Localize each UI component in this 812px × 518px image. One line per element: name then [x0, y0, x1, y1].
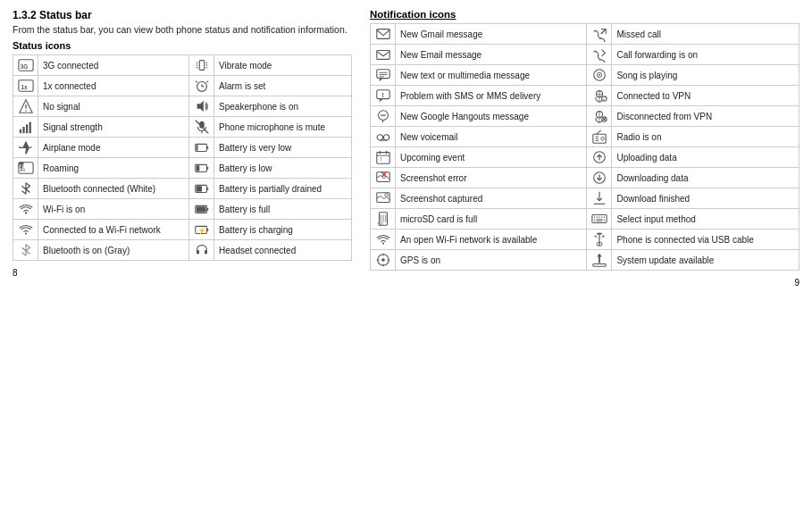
notif-label: Screenshot captured	[396, 188, 587, 209]
notif-icon	[371, 106, 396, 127]
table-row: New Google Hangouts message Disconnected…	[371, 106, 799, 127]
intro-text: From the status bar, you can view both p…	[13, 24, 352, 35]
svg-rect-45	[206, 229, 208, 231]
notif-icon: !	[371, 147, 396, 168]
svg-point-119	[595, 236, 597, 238]
table-row: Screenshot captured Download finished	[371, 188, 799, 209]
svg-point-60	[599, 74, 600, 76]
svg-line-15	[206, 81, 208, 83]
table-row: Screenshot error Downloading data	[371, 168, 799, 188]
svg-rect-27	[206, 146, 208, 149]
svg-point-115	[381, 242, 383, 244]
table-row: SD microSD card is full Select input met…	[371, 209, 799, 230]
notif-icon: SD	[371, 209, 396, 230]
svg-rect-20	[22, 127, 24, 133]
svg-point-47	[197, 251, 199, 254]
status-icon2	[189, 158, 214, 179]
svg-rect-84	[376, 153, 389, 164]
notif-label: Problem with SMS or MMS delivery	[396, 86, 587, 106]
notif-label2: Downloading data	[612, 168, 799, 188]
svg-text:!: !	[380, 156, 381, 163]
svg-text:Fi: Fi	[19, 163, 23, 169]
table-row: New Email message Call forwarding is on	[371, 45, 799, 65]
svg-line-52	[601, 29, 606, 34]
notif-icon2	[587, 209, 612, 230]
right-column: Notification icons New Gmail message Mis…	[370, 9, 799, 288]
svg-text:1x: 1x	[21, 84, 28, 90]
notif-label: microSD card is full	[396, 209, 587, 230]
section-heading: 1.3.2 Status bar	[13, 9, 352, 21]
table-row: No signal Speakerphone is on	[13, 96, 352, 117]
status-icon	[13, 138, 38, 158]
status-label2: Battery is full	[214, 199, 352, 220]
svg-rect-128	[593, 264, 606, 267]
table-row: 3G 3G connected Vibrate mode	[13, 55, 352, 76]
notif-icon2	[587, 147, 612, 168]
table-row: Bluetooth is on (Gray) Headset connected	[13, 240, 352, 261]
table-row: FiFi Roaming Battery is low	[13, 158, 352, 179]
notif-icon	[371, 127, 396, 147]
svg-text:⚡: ⚡	[197, 226, 206, 236]
svg-point-70	[383, 114, 385, 116]
notif-label2: Select input method	[612, 209, 799, 230]
svg-point-43	[24, 232, 26, 234]
notif-icon	[371, 65, 396, 86]
status-label2: Phone microphone is mute	[214, 117, 352, 138]
table-row: New voicemail Radio is on	[371, 127, 799, 147]
svg-point-127	[381, 258, 385, 262]
notif-label2: Uploading data	[612, 147, 799, 168]
status-label2: Headset connected	[214, 240, 352, 261]
status-icon: 3G	[13, 55, 38, 76]
notif-icons-table: New Gmail message Missed call New Email …	[370, 23, 799, 271]
svg-text:3G: 3G	[20, 63, 28, 70]
notif-label: New Email message	[396, 45, 587, 65]
notif-icon	[371, 24, 396, 45]
notif-icon	[371, 168, 396, 188]
page-number-right: 9	[370, 278, 799, 288]
status-icon	[13, 220, 38, 240]
status-icon	[13, 240, 38, 261]
svg-rect-21	[26, 124, 28, 133]
notif-icon	[371, 188, 396, 209]
notif-label2: Disconnected from VPN	[612, 106, 799, 127]
status-icon2	[189, 179, 214, 199]
svg-rect-34	[206, 167, 208, 170]
svg-rect-49	[376, 29, 389, 39]
table-row: 1x 1x connected Alarm is set	[13, 76, 352, 96]
notif-label2: System update available	[612, 250, 799, 271]
svg-rect-19	[19, 130, 21, 134]
table-row: An open Wi-Fi network is available Phone…	[371, 230, 799, 250]
notif-icon2	[587, 24, 612, 45]
status-icon2	[189, 96, 214, 117]
status-label2: Speakerphone is on	[214, 96, 352, 117]
notif-label: Screenshot error	[396, 168, 587, 188]
status-label2: Battery is partially drained	[214, 179, 352, 199]
notif-label: New Google Hangouts message	[396, 106, 587, 127]
table-row: Bluetooth connected (White) Battery is p…	[13, 179, 352, 199]
notif-label: New text or multimedia message	[396, 65, 587, 86]
table-row: GPS is on System update available	[371, 250, 799, 271]
status-label: Signal strength	[38, 117, 189, 138]
status-icons-table: 3G 3G connected Vibrate mode 1x 1x conne…	[13, 54, 352, 261]
table-row: ! Problem with SMS or MMS delivery + Con…	[371, 86, 799, 106]
table-row: Connected to a Wi-Fi network ⚡ Battery i…	[13, 220, 352, 240]
status-icon2: ⚡	[189, 220, 214, 240]
status-label: Bluetooth connected (White)	[38, 179, 189, 199]
status-label: No signal	[38, 96, 189, 117]
svg-point-77	[383, 135, 389, 140]
status-label2: Battery is very low	[214, 138, 352, 158]
svg-rect-38	[196, 186, 201, 191]
notif-icon	[371, 45, 396, 65]
svg-text:+: +	[603, 97, 606, 102]
status-icon2	[189, 199, 214, 220]
svg-rect-53	[376, 51, 389, 60]
notif-icon: !	[371, 86, 396, 106]
table-row: ! Upcoming event Uploading data	[371, 147, 799, 168]
svg-rect-35	[196, 165, 199, 171]
svg-rect-121	[603, 236, 605, 238]
svg-rect-105	[592, 215, 607, 223]
status-label2: Battery is charging	[214, 220, 352, 240]
status-label2: Battery is low	[214, 158, 352, 179]
notif-icon2	[587, 45, 612, 65]
status-icon	[13, 199, 38, 220]
